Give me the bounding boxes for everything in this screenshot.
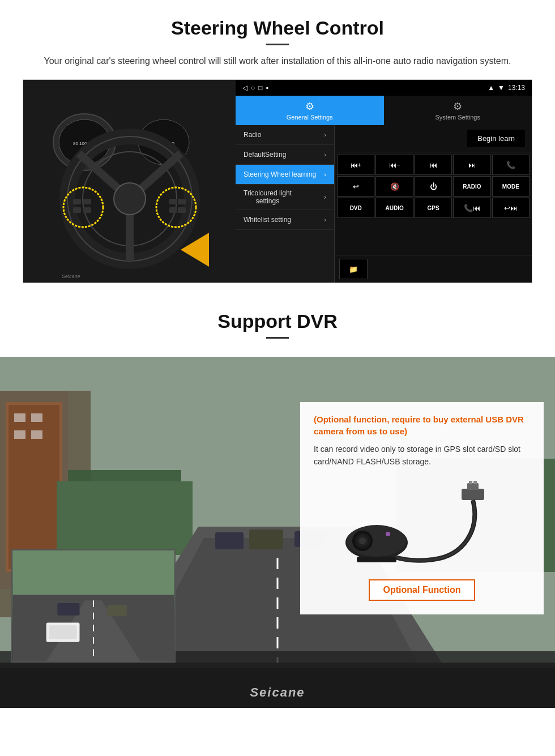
ctrl-mute[interactable]: 🔇 <box>375 176 413 197</box>
ctrl-dvd[interactable]: DVD <box>337 198 374 218</box>
ctrl-back[interactable]: ↩ <box>337 176 374 197</box>
dvr-camera-svg <box>331 477 513 568</box>
android-screen: ◁ ○ □ ▪ ▲ ▼ 13:13 ⚙ General Settings <box>236 80 532 283</box>
svg-rect-55 <box>469 481 472 484</box>
optional-function-badge: Optional Function <box>369 579 476 601</box>
svg-rect-16 <box>73 207 81 213</box>
menu-item-whitelist[interactable]: Whitelist setting › <box>236 210 334 230</box>
ctrl-phone-prev[interactable]: 📞⏮ <box>453 198 490 218</box>
status-time: 13:13 <box>508 84 525 92</box>
ctrl-back-next[interactable]: ↩⏭ <box>492 198 530 218</box>
title-divider <box>266 44 289 45</box>
ctrl-prev-track[interactable]: ⏮ <box>415 155 452 175</box>
control-row-2: ↩ 🔇 ⏻ RADIO MODE <box>337 176 530 197</box>
dvr-title-area: Support DVR <box>0 294 555 357</box>
ctrl-radio[interactable]: RADIO <box>453 176 490 197</box>
svg-rect-20 <box>178 199 186 204</box>
svg-rect-18 <box>83 207 91 213</box>
ctrl-phone[interactable]: 📞 <box>492 155 530 175</box>
svg-rect-49 <box>57 603 79 616</box>
ctrl-power[interactable]: ⏻ <box>415 176 452 197</box>
dvr-title: Support DVR <box>23 310 532 332</box>
tab-general-settings[interactable]: ⚙ General Settings <box>236 96 384 125</box>
svg-rect-19 <box>169 199 177 204</box>
ctrl-mode[interactable]: MODE <box>492 176 530 197</box>
steering-title: Steering Wheel Control <box>23 17 532 39</box>
svg-rect-35 <box>57 481 193 555</box>
control-row-1: ⏮+ ⏮− ⏮ ⏭ 📞 <box>337 155 530 175</box>
steering-section: Steering Wheel Control Your original car… <box>0 0 555 294</box>
settings-tabs: ⚙ General Settings ⚙ System Settings <box>236 96 532 125</box>
begin-learn-row: Begin learn <box>335 125 532 152</box>
svg-rect-64 <box>357 557 396 562</box>
dvr-mini-screen <box>11 549 176 663</box>
menu-item-tricoloured[interactable]: Tricoloured lightsettings › <box>236 185 334 210</box>
svg-rect-39 <box>215 532 244 549</box>
ctrl-vol-up[interactable]: ⏮+ <box>337 155 374 175</box>
svg-rect-40 <box>249 529 283 549</box>
tab-system-settings[interactable]: ⚙ System Settings <box>384 96 532 125</box>
svg-rect-22 <box>178 207 186 213</box>
status-bar: ◁ ○ □ ▪ ▲ ▼ 13:13 <box>236 80 532 96</box>
system-icon: ⚙ <box>453 100 462 113</box>
svg-point-62 <box>359 537 366 544</box>
chevron-right-icon: › <box>324 193 326 201</box>
dvr-section: Support DVR <box>0 294 555 736</box>
menu-item-radio[interactable]: Radio › <box>236 125 334 145</box>
svg-rect-21 <box>169 207 177 213</box>
ctrl-folder-icon[interactable]: 📁 <box>339 259 368 279</box>
control-row-3: DVD AUDIO GPS 📞⏮ ↩⏭ <box>337 198 530 218</box>
dvr-description: It can record video only to storage in G… <box>314 443 530 468</box>
dvr-optional-text: (Optional function, require to buy exter… <box>314 413 530 437</box>
back-nav-icon[interactable]: ◁ <box>242 84 247 92</box>
gear-icon: ⚙ <box>305 100 314 113</box>
svg-text:Seicane: Seicane <box>62 274 80 278</box>
svg-rect-29 <box>8 405 59 569</box>
svg-rect-31 <box>31 413 42 422</box>
seicane-watermark-dvr: Seicane <box>250 685 305 700</box>
ctrl-gps[interactable]: GPS <box>415 198 452 218</box>
road-scene: (Optional function, require to buy exter… <box>0 357 555 708</box>
ctrl-next-track[interactable]: ⏭ <box>453 155 490 175</box>
svg-rect-50 <box>108 605 127 616</box>
menu-item-default-label: DefaultSetting <box>244 151 286 159</box>
menu-item-defaultsetting[interactable]: DefaultSetting › <box>236 145 334 165</box>
svg-rect-33 <box>31 430 42 439</box>
chevron-right-icon: › <box>324 171 326 178</box>
dvr-background: (Optional function, require to buy exter… <box>0 357 555 708</box>
svg-rect-53 <box>462 489 484 500</box>
svg-rect-17 <box>83 199 91 204</box>
steering-demo-area: 80 100 120 1000 2000 <box>23 79 532 283</box>
nav-buttons: ◁ ○ □ ▪ <box>242 84 268 92</box>
svg-point-63 <box>386 532 390 536</box>
recents-nav-icon[interactable]: □ <box>258 84 262 92</box>
svg-rect-52 <box>49 625 77 639</box>
menu-item-steering-learning[interactable]: Steering Wheel learning › <box>236 165 334 185</box>
begin-learn-button[interactable]: Begin learn <box>467 130 525 147</box>
chevron-right-icon: › <box>324 131 326 138</box>
ctrl-audio[interactable]: AUDIO <box>375 198 413 218</box>
left-menu: Radio › DefaultSetting › Steering Wheel … <box>236 125 335 283</box>
steering-wheel-svg: 80 100 120 1000 2000 <box>33 86 226 278</box>
signal-icon: ▲ <box>488 84 494 92</box>
tab-general-label: General Settings <box>287 114 333 121</box>
menu-item-steering-label: Steering Wheel learning <box>244 170 316 178</box>
svg-rect-15 <box>73 199 81 204</box>
ctrl-vol-down[interactable]: ⏮− <box>375 155 413 175</box>
wifi-icon: ▼ <box>498 84 505 92</box>
right-panel: Begin learn ⏮+ ⏮− ⏮ ⏭ 📞 ↩ <box>335 125 532 283</box>
menu-area: Radio › DefaultSetting › Steering Wheel … <box>236 125 532 283</box>
steering-subtitle: Your original car's steering wheel contr… <box>34 54 521 68</box>
dvr-info-card: (Optional function, require to buy exter… <box>300 402 544 614</box>
svg-rect-30 <box>14 413 25 422</box>
dvr-title-divider <box>266 337 289 339</box>
dvr-mini-road <box>12 550 174 661</box>
steering-photo: 80 100 120 1000 2000 <box>23 80 236 283</box>
status-indicators: ▲ ▼ 13:13 <box>488 84 525 92</box>
menu-item-tricoloured-label: Tricoloured lightsettings <box>244 189 292 205</box>
menu-nav-icon[interactable]: ▪ <box>266 84 268 92</box>
tab-system-label: System Settings <box>436 114 480 121</box>
chevron-right-icon: › <box>324 151 326 158</box>
home-nav-icon[interactable]: ○ <box>251 84 255 92</box>
svg-point-12 <box>114 183 146 215</box>
